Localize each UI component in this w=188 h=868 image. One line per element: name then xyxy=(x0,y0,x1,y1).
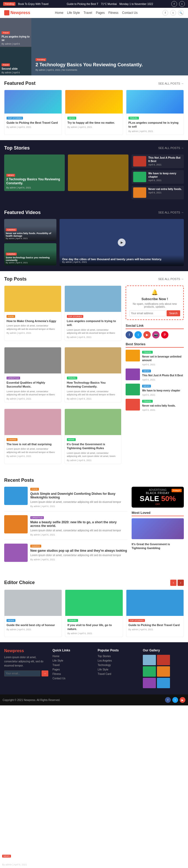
featured-title: Featured Post xyxy=(4,81,35,86)
featured-card-1[interactable]: TOP STORIES Guide to Picking the Best Tr… xyxy=(4,90,62,135)
subscribe-input[interactable] xyxy=(129,310,165,316)
post-card-3[interactable]: LIFESTYLE Essential Qualities of Highly … xyxy=(4,347,61,402)
hero-slider: Travel PLos angeles trying to se By admi… xyxy=(0,18,188,75)
pinterest-icon[interactable]: P xyxy=(161,331,168,339)
best-story-item-2[interactable]: NEWS This Not Just A Photo But It Best A… xyxy=(126,369,184,381)
editor-prev-button[interactable]: ‹ xyxy=(170,580,177,586)
recent-item-2[interactable]: LIFESTYLE Make a beauty selfie 2020: new… xyxy=(4,515,127,540)
nav-contact[interactable]: Contact Us xyxy=(122,11,137,14)
nav-travel[interactable]: Travel xyxy=(84,11,92,14)
videos-see-all[interactable]: SEE ALL POSTS → xyxy=(158,211,184,214)
subscribe-title: Subscribe Now ! xyxy=(129,297,180,301)
gallery-thumb-1[interactable] xyxy=(143,655,156,665)
post-card-1[interactable]: FOOD How to Make Chong Armenia's Eggy Lo… xyxy=(4,285,61,341)
footer-link-home[interactable]: Home xyxy=(53,655,93,658)
nav-lifestyle[interactable]: Life Style xyxy=(67,11,80,14)
hero-side-item-2[interactable]: Travel Second slide By admin | April 6 xyxy=(0,47,31,76)
featured-section: Featured Post SEE ALL POSTS → TOP STORIE… xyxy=(0,75,188,140)
bf-banner[interactable]: ADVERTISING BLACK FRIDAY SALE 50% OFF Fr… xyxy=(132,487,184,507)
story-side-item-2[interactable]: We have to keep every chapter April 6, 2… xyxy=(132,170,184,184)
search-icon[interactable]: 🔍 xyxy=(178,10,184,16)
recent-badge-3: GAMING xyxy=(30,545,41,548)
featured-card-2[interactable]: NEWS Try to happy all the time no matter… xyxy=(65,90,123,135)
nav-home[interactable]: Home xyxy=(55,11,63,14)
subscribe-button[interactable]: Search xyxy=(166,310,180,316)
facebook-icon[interactable]: f xyxy=(126,331,133,339)
youtube-icon[interactable]: ▶ xyxy=(143,331,151,339)
posts-grid: FOOD How to Make Chong Armenia's Eggy Lo… xyxy=(4,285,121,467)
post-meta-3: By admin | April 6, 2021 xyxy=(6,398,59,400)
video-main[interactable]: ▶ One day the cities of two thousand and… xyxy=(60,219,184,266)
best-meta-4: April 6, 2021 xyxy=(142,409,176,411)
gallery-thumb-4[interactable] xyxy=(157,666,170,677)
post-body-1: FOOD How to Make Chong Armenia's Eggy Lo… xyxy=(4,312,61,337)
top-stories-see-all[interactable]: SEE ALL POSTS → xyxy=(158,146,184,150)
editor-choice-title: Editor Choice xyxy=(4,580,35,585)
footer-link-travel[interactable]: Travel xyxy=(53,664,93,666)
top-posts-see-all[interactable]: SEE ALL POSTS → xyxy=(158,277,184,281)
twitter-nav-icon[interactable]: t xyxy=(170,10,176,16)
most-loved-img[interactable] xyxy=(132,518,184,539)
hero-main[interactable]: Trending 2 Technology Basics You Reviewi… xyxy=(31,18,188,75)
best-story-item-3[interactable]: NEWS We have to keep every chapter April… xyxy=(126,384,184,396)
footer-popular-1[interactable]: Top Stories xyxy=(98,655,139,658)
footer-link-fitness[interactable]: Fitness xyxy=(53,673,93,675)
footer-youtube-icon[interactable]: ▶ xyxy=(180,697,185,703)
footer-popular-2[interactable]: Los Angeles xyxy=(98,659,139,662)
footer-popular-3[interactable]: Technology xyxy=(98,664,139,666)
post-card-6[interactable]: NEWS It's Great the Government is Tighte… xyxy=(64,409,122,464)
editor-nav: ‹ › xyxy=(170,580,184,586)
recent-text-1: FOOD Quick Simple and Downright Comforti… xyxy=(30,487,127,507)
editor-card-1[interactable]: NEWS Guide the world best city of honour… xyxy=(4,590,62,637)
instagram-icon[interactable]: 📷 xyxy=(152,331,160,339)
footer-popular-4[interactable]: Life Style xyxy=(98,668,139,671)
featured-see-all[interactable]: SEE ALL POSTS → xyxy=(158,82,184,85)
best-story-item-1[interactable]: TRAVEL Never set in beverage unlimited a… xyxy=(126,350,184,366)
logo[interactable]: Newpress xyxy=(4,10,30,16)
editor-card-3[interactable]: TOP STORIES Guide to Picking the Best Tr… xyxy=(126,590,184,637)
story-main-2[interactable]: NEWS Best friends in high school life. I… xyxy=(68,155,128,199)
nav-fitness[interactable]: Fitness xyxy=(108,11,119,14)
footer-facebook-icon[interactable]: f xyxy=(165,697,171,703)
video-small-1[interactable]: GAMING Never eat extra fatty foods. Poss… xyxy=(4,219,56,241)
top-facebook-icon[interactable]: f xyxy=(171,1,177,7)
editor-card-2[interactable]: TRAVEL If you visit to find your life, g… xyxy=(65,590,123,637)
footer-email-button[interactable]: → xyxy=(41,671,48,677)
footer-link-pages[interactable]: Pages xyxy=(53,668,93,671)
gallery-thumb-3[interactable] xyxy=(143,666,156,677)
video-large[interactable]: ▶ One day the cities of two thousand and… xyxy=(60,219,184,266)
footer-twitter-icon[interactable]: t xyxy=(173,697,178,703)
recent-item-1[interactable]: FOOD Quick Simple and Downright Comforti… xyxy=(4,487,127,512)
hero-side-title-2: Second slide xyxy=(2,67,20,70)
recent-item-3[interactable]: GAMING New game studios pop up all the t… xyxy=(4,544,127,565)
editor-next-button[interactable]: › xyxy=(178,580,184,586)
top-bar-link2[interactable]: Guide to Picking the Best T xyxy=(67,3,98,5)
twitter-icon[interactable]: t xyxy=(134,331,142,339)
story-side-item-1[interactable]: This Not Just A Photo But It Best April … xyxy=(132,155,184,168)
recent-title-1: Quick Simple and Downright Comforting Di… xyxy=(30,492,127,499)
footer-link-contact[interactable]: Contact Us xyxy=(53,677,93,680)
story-side-item-3[interactable]: Never eat extra fatty foods. April 6, 20… xyxy=(132,186,184,199)
play-icon[interactable]: ▶ xyxy=(118,239,126,246)
nav-pages[interactable]: Pages xyxy=(96,11,105,14)
featured-card-3[interactable]: TRAVEL PLos angeles compound he is tryin… xyxy=(126,90,184,135)
facebook-nav-icon[interactable]: f xyxy=(162,10,168,16)
best-story-item-4[interactable]: TRAVEL Never eat extra fatty foods. Apri… xyxy=(126,399,184,411)
gallery-thumb-2[interactable] xyxy=(157,655,170,665)
video-small-2[interactable]: GAMING Some technology basics you review… xyxy=(4,243,56,266)
footer-email-input[interactable] xyxy=(4,671,40,677)
gallery-thumb-5[interactable] xyxy=(143,678,156,688)
hero-side-item-1[interactable]: Travel PLos angeles trying to se By admi… xyxy=(0,18,31,47)
story-side-title-2: We have to keep every chapter xyxy=(148,172,182,179)
story-main-1[interactable]: NEWS 2 Technology Basics You Reviewing C… xyxy=(4,155,65,199)
post-card-2[interactable]: TOP STORIES Loss angeles compound Is try… xyxy=(64,285,122,341)
post-card-5[interactable]: GAMING The love is not all that surprisi… xyxy=(4,409,61,464)
recent-text-2: LIFESTYLE Make a beauty selfie 2020: new… xyxy=(30,515,127,536)
footer-popular-5[interactable]: Travel Card xyxy=(98,673,139,675)
featured-card-title-1: Guide to Picking the Best Travel Card xyxy=(6,121,60,125)
footer-link-lifestyle[interactable]: Life Style xyxy=(53,659,93,662)
top-twitter-icon[interactable]: t xyxy=(179,1,185,7)
gallery-thumb-6[interactable] xyxy=(157,678,170,688)
top-bar-link1[interactable]: Book To Enjoy With Travel xyxy=(18,3,49,5)
post-card-4[interactable]: TRAVEL How Technology Basics You Reviewi… xyxy=(64,347,122,402)
